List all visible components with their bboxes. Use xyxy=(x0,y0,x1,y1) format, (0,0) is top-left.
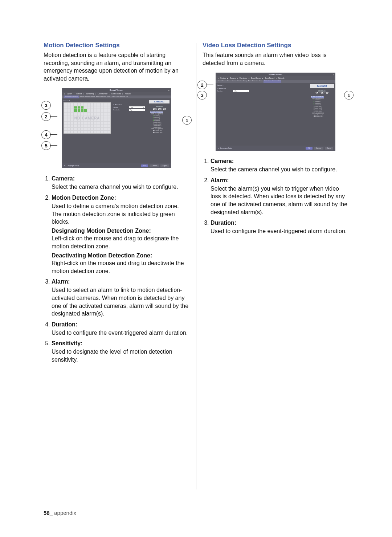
language-setup-link-r[interactable]: Language Setup xyxy=(220,147,232,149)
callout-1-line xyxy=(176,120,183,120)
device-tree-r[interactable]: M-NET1(PRIVATE) SHR-5042(HOST) camera1 c… xyxy=(310,96,334,118)
designating-zone-body: Left-click on the mouse and drag to desi… xyxy=(52,235,179,249)
sv-sidebar-r: SAMSUNG 2013/01/11 15 : 10 : 17 M-NET1(P… xyxy=(309,83,335,146)
sv-time: 15 : 10 : 15 xyxy=(149,107,170,110)
motion-zone-grid[interactable]: /*placeholder*/ xyxy=(64,102,111,134)
cancel-button[interactable]: Cancel xyxy=(150,164,159,167)
subtab-eventsensor[interactable]: Event/Sensor Setup xyxy=(64,95,79,98)
camera-label-r: Camera 1 xyxy=(217,84,307,86)
video-loss-title: Video Loss Detection Settings xyxy=(203,42,348,49)
device-tree[interactable]: M-NET1(PRIVATE) SHR-5042(HOST) camera1 c… xyxy=(149,111,170,133)
alarmout-checkbox-r[interactable]: Alarm Out xyxy=(217,88,232,89)
deactivating-zone-term: Deactivating Motion Detection Zone xyxy=(52,252,189,260)
tab-camera[interactable]: Camera xyxy=(76,93,82,95)
smart-viewer-screenshot-right: Smart Viewer × ▸System ▸Camera ▸Monitori… xyxy=(216,73,335,151)
tab-eventrecord-r[interactable]: EventRecord xyxy=(265,77,274,79)
callout-3-line xyxy=(50,105,57,105)
close-icon-r[interactable]: × xyxy=(332,73,334,77)
subtab-alarm[interactable]: Alarm Detection Setup xyxy=(96,95,110,98)
def-sensitivity: Sensitivity Used to designate the level … xyxy=(52,340,189,363)
tab-network[interactable]: Network xyxy=(125,93,131,95)
sv-title: Smart Viewer xyxy=(110,89,123,91)
smart-viewer-screenshot-left: Smart Viewer × ▸ System ▸ Camera ▸ Monit… xyxy=(62,88,171,168)
callout-5-line xyxy=(50,145,57,146)
subtab-videoloss-r[interactable]: Video Loss Detection Set xyxy=(264,80,281,83)
duration-select-r[interactable]: 5 Sec▾ xyxy=(233,90,249,92)
subtab-motion-r[interactable]: Motion Detection Setup xyxy=(232,80,247,83)
sv-main-tabs-r[interactable]: ▸System ▸Camera ▸Monitoring ▸Event/Senso… xyxy=(216,76,335,80)
close-icon[interactable]: × xyxy=(168,89,170,92)
tab-system-r[interactable]: System xyxy=(220,77,226,79)
duration-label-r: Duration xyxy=(217,90,232,92)
sv-main-tabs[interactable]: ▸ System ▸ Camera ▸ Monitoring ▸ Event/S… xyxy=(62,92,171,95)
def-duration-r: Duration Used to configure the event-tri… xyxy=(211,220,348,235)
def-alarm: Alarm Used to select an alarm to link to… xyxy=(52,278,189,317)
callout-5: 5 xyxy=(41,141,51,150)
video-loss-intro: This feature sounds an alarm when video … xyxy=(203,51,348,67)
apply-button-r[interactable]: Apply xyxy=(325,147,333,150)
tab-eventrecord[interactable]: EventRecord xyxy=(111,93,121,95)
sv-main-panel: Camera 1 /*placeholder*/ xyxy=(62,98,148,163)
duration-select[interactable]: 5 Sec▾ xyxy=(129,106,145,108)
tab-system[interactable]: System xyxy=(67,93,72,95)
callout-4: 4 xyxy=(41,130,51,139)
samsung-logo: SAMSUNG xyxy=(149,100,170,103)
def-camera-r: Camera Select the camera channel you wis… xyxy=(211,158,348,174)
page-section: _ appendix xyxy=(50,510,76,516)
ok-button[interactable]: OK xyxy=(141,164,148,167)
apply-button[interactable]: Apply xyxy=(160,164,169,167)
callout-2-right-line xyxy=(206,85,213,85)
right-screenshot-wrapper: 2 3 1 Smart Viewer × ▸System ▸Camera ▸Mo… xyxy=(203,73,348,151)
sv-sub-tabs-r[interactable]: Event/Sensor Setup Motion Detection Setu… xyxy=(216,80,335,83)
samsung-logo-r: SAMSUNG xyxy=(310,84,334,88)
sv-body-r: Camera 1 Alarm Out Duration5 Sec▾ SAMSUN… xyxy=(216,83,335,146)
language-setup-link[interactable]: Language Setup xyxy=(67,165,79,167)
left-screenshot-wrapper: 3 2 4 5 1 Smart Viewer × ▸ Syste xyxy=(44,88,189,168)
callout-2-right: 2 xyxy=(197,81,207,89)
tree-alarmout: a-alarm out2 xyxy=(311,116,334,118)
def-zone: Motion Detection Zone Used to define a c… xyxy=(52,195,189,275)
tab-camera-r[interactable]: Camera xyxy=(230,77,236,79)
motion-properties: Alarm Out Duration5 Sec▾ SensitivityHigh… xyxy=(113,104,145,134)
sv-footer-r: ▸ Language Setup OK Cancel Apply xyxy=(216,146,335,151)
callout-1-right: 1 xyxy=(344,91,354,99)
def-alarm-r: Alarm Select the alarm(s) you wish to tr… xyxy=(211,177,348,216)
left-column: Motion Detection Settings Motion detecti… xyxy=(44,42,189,367)
def-camera: Camera Select the camera channel you wis… xyxy=(52,175,189,191)
tab-eventsensor-r[interactable]: Event/Sensor xyxy=(251,77,261,79)
page-footer: 58_ appendix xyxy=(44,510,76,516)
right-column: Video Loss Detection Settings This featu… xyxy=(203,42,348,367)
sensitivity-label: Sensitivity xyxy=(113,109,127,111)
subtab-alarm-r[interactable]: Alarm Detection Setup xyxy=(248,80,262,83)
tab-network-r[interactable]: Network xyxy=(278,77,285,79)
callout-2: 2 xyxy=(41,112,51,121)
callout-3: 3 xyxy=(41,101,51,110)
deactivating-zone-body: Right-click on the mouse and drag to dea… xyxy=(52,260,184,274)
callout-1: 1 xyxy=(182,116,192,125)
motion-detection-intro: Motion detection is a feature capable of… xyxy=(44,51,189,82)
column-divider xyxy=(196,43,196,489)
tab-eventsensor[interactable]: Event/Sensor xyxy=(98,93,107,95)
subtab-eventsensor-r[interactable]: Event/Sensor Setup xyxy=(218,80,231,83)
sensitivity-select[interactable]: High▾ xyxy=(129,109,145,111)
sv-title-r: Smart Viewer xyxy=(269,73,282,76)
alarmout-checkbox[interactable]: Alarm Out xyxy=(113,104,127,106)
sv-footer: ▸ Language Setup OK Cancel Apply xyxy=(62,163,171,168)
tab-monitoring[interactable]: Monitoring xyxy=(86,93,94,95)
callout-4-line xyxy=(50,134,57,135)
ok-button-r[interactable]: OK xyxy=(306,147,313,150)
designating-zone-term: Designating Motion Detection Zone xyxy=(52,227,189,235)
callout-1-right-line xyxy=(338,95,345,95)
tree-alarmout: a-alarm out2 xyxy=(150,132,170,134)
motion-detection-title: Motion Detection Settings xyxy=(44,42,189,49)
page: Motion Detection Settings Motion detecti… xyxy=(0,0,392,537)
camera-label: Camera 1 xyxy=(64,100,146,102)
sv-main-panel-r: Camera 1 Alarm Out Duration5 Sec▾ xyxy=(216,83,309,146)
cancel-button-r[interactable]: Cancel xyxy=(314,147,323,150)
tab-monitoring-r[interactable]: Monitoring xyxy=(240,77,247,79)
sv-sidebar: SAMSUNG 2013/01/11 15 : 10 : 15 M-NET1(P… xyxy=(148,98,171,163)
sv-sub-tabs[interactable]: Event/Sensor Setup Motion Detection Setu… xyxy=(62,95,171,98)
subtab-motion[interactable]: Motion Detection Setup xyxy=(80,95,95,98)
page-number: 58 xyxy=(44,510,50,516)
subtab-videoloss[interactable]: Video Loss Detection Set xyxy=(111,95,128,98)
